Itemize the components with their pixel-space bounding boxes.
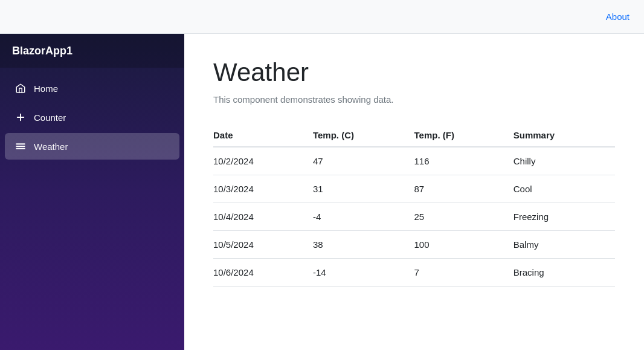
page-subtitle: This component demonstrates showing data… xyxy=(213,94,615,105)
cell-temp_c: -14 xyxy=(313,259,414,287)
cell-temp_c: 31 xyxy=(313,175,414,203)
sidebar-nav: Home Counter xyxy=(0,68,184,169)
sidebar-item-home[interactable]: Home xyxy=(5,75,179,102)
app-brand: BlazorApp1 xyxy=(0,34,184,68)
cell-temp_f: 87 xyxy=(414,175,514,203)
col-date: Date xyxy=(213,124,313,147)
about-link[interactable]: About xyxy=(606,11,630,22)
cell-temp_f: 25 xyxy=(414,203,514,231)
sidebar: BlazorApp1 Home Cou xyxy=(0,34,184,350)
cell-temp_c: 47 xyxy=(313,147,414,175)
cell-summary: Freezing xyxy=(514,203,615,231)
cell-summary: Cool xyxy=(514,175,615,203)
sidebar-item-weather[interactable]: Weather xyxy=(5,133,179,160)
col-temp-c: Temp. (C) xyxy=(313,124,414,147)
cell-temp_c: 38 xyxy=(313,231,414,259)
page-title: Weather xyxy=(213,58,615,87)
col-temp-f: Temp. (F) xyxy=(414,124,514,147)
table-row: 10/3/20243187Cool xyxy=(213,175,615,203)
sidebar-item-weather-label: Weather xyxy=(34,141,68,152)
table-row: 10/2/202447116Chilly xyxy=(213,147,615,175)
home-icon xyxy=(14,82,27,94)
table-row: 10/5/202438100Balmy xyxy=(213,231,615,259)
cell-date: 10/4/2024 xyxy=(213,203,313,231)
table-body: 10/2/202447116Chilly10/3/20243187Cool10/… xyxy=(213,147,615,287)
plus-icon xyxy=(14,111,27,123)
main-layout: BlazorApp1 Home Cou xyxy=(0,34,644,350)
cell-summary: Chilly xyxy=(514,147,615,175)
cell-temp_f: 100 xyxy=(414,231,514,259)
cell-date: 10/3/2024 xyxy=(213,175,313,203)
cell-temp_f: 7 xyxy=(414,259,514,287)
top-nav: About xyxy=(0,0,644,34)
sidebar-item-home-label: Home xyxy=(34,83,58,94)
table-header: Date Temp. (C) Temp. (F) Summary xyxy=(213,124,615,147)
menu-icon xyxy=(14,140,27,152)
sidebar-item-counter[interactable]: Counter xyxy=(5,104,179,131)
table-row: 10/4/2024-425Freezing xyxy=(213,203,615,231)
table-row: 10/6/2024-147Bracing xyxy=(213,259,615,287)
cell-date: 10/2/2024 xyxy=(213,147,313,175)
cell-summary: Bracing xyxy=(514,259,615,287)
sidebar-item-counter-label: Counter xyxy=(34,112,66,123)
col-summary: Summary xyxy=(514,124,615,147)
cell-summary: Balmy xyxy=(514,231,615,259)
cell-date: 10/6/2024 xyxy=(213,259,313,287)
cell-temp_f: 116 xyxy=(414,147,514,175)
cell-temp_c: -4 xyxy=(313,203,414,231)
main-content: Weather This component demonstrates show… xyxy=(184,34,644,350)
brand-title: BlazorApp1 xyxy=(12,45,72,57)
cell-date: 10/5/2024 xyxy=(213,231,313,259)
weather-table: Date Temp. (C) Temp. (F) Summary 10/2/20… xyxy=(213,124,615,287)
